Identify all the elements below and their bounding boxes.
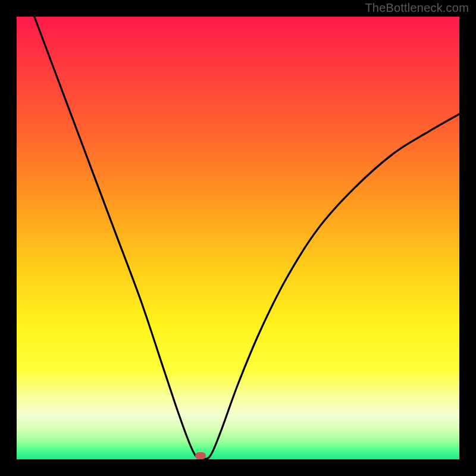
bottleneck-curve (17, 17, 459, 459)
chart-frame: TheBottleneck.com (0, 0, 476, 476)
plot-area (17, 17, 459, 459)
watermark-text: TheBottleneck.com (365, 1, 469, 15)
optimal-point-marker (195, 452, 206, 459)
